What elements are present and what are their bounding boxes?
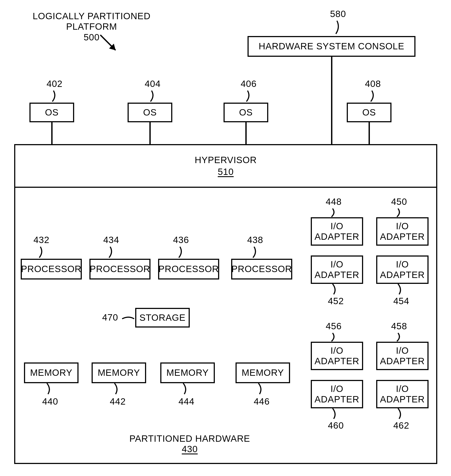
console-lead <box>335 21 344 36</box>
proc-box-3: PROCESSOR <box>231 259 292 279</box>
io-ref-4: 456 <box>321 321 347 331</box>
console-box: HARDWARE SYSTEM CONSOLE <box>248 36 415 57</box>
io-label-2: I/O ADAPTER <box>314 259 359 280</box>
svg-marker-1 <box>109 44 116 50</box>
mem-box-3: MEMORY <box>236 362 290 383</box>
io-ref-0: 448 <box>321 197 347 207</box>
storage-box: STORAGE <box>135 308 190 328</box>
mem-box-2: MEMORY <box>160 362 215 383</box>
io-box-1: I/O ADAPTER <box>376 217 429 246</box>
os-label-1: OS <box>143 107 157 118</box>
os-lead-3 <box>370 91 378 103</box>
io-label-0: I/O ADAPTER <box>314 221 359 242</box>
os-down-3 <box>369 122 370 144</box>
os-down-0 <box>51 122 53 144</box>
io-box-5: I/O ADAPTER <box>376 342 429 370</box>
io-label-1: I/O ADAPTER <box>380 221 425 242</box>
title-text: LOGICALLY PARTITIONED PLATFORM <box>18 11 166 32</box>
os-ref-1: 404 <box>140 79 166 89</box>
storage-ref: 470 <box>97 312 123 323</box>
mem-label-2: MEMORY <box>166 367 209 378</box>
os-down-1 <box>149 122 151 144</box>
mem-label-1: MEMORY <box>98 367 140 378</box>
io-box-0: I/O ADAPTER <box>311 217 363 246</box>
io-box-2: I/O ADAPTER <box>311 256 363 284</box>
partitioned-hw-box <box>14 187 437 464</box>
io-ref-3: 454 <box>388 296 414 306</box>
mem-ref-1: 442 <box>105 396 131 407</box>
proc-box-2: PROCESSOR <box>158 259 219 279</box>
os-box-3: OS <box>347 103 391 122</box>
os-down-2 <box>245 122 247 144</box>
os-label-2: OS <box>239 107 253 118</box>
proc-label-1: PROCESSOR <box>90 264 150 274</box>
partitioned-hw-ref: 430 <box>129 444 251 454</box>
os-box-0: OS <box>29 103 74 122</box>
io-label-5: I/O ADAPTER <box>380 345 425 367</box>
proc-ref-1: 434 <box>98 235 124 245</box>
partitioned-hw-label: PARTITIONED HARDWARE 430 <box>129 433 251 455</box>
mem-ref-3: 446 <box>249 396 275 407</box>
io-label-7: I/O ADAPTER <box>380 384 425 405</box>
mem-box-1: MEMORY <box>92 362 146 383</box>
mem-ref-2: 444 <box>173 396 200 407</box>
title-ref: 500 <box>18 32 166 43</box>
console-ref: 580 <box>325 9 351 19</box>
partitioned-hw-text: PARTITIONED HARDWARE <box>129 433 251 444</box>
mem-ref-0: 440 <box>37 396 63 407</box>
os-label-3: OS <box>362 107 376 118</box>
proc-ref-0: 432 <box>28 235 55 245</box>
os-lead-1 <box>149 91 158 103</box>
io-label-3: I/O ADAPTER <box>380 259 425 280</box>
io-label-6: I/O ADAPTER <box>314 384 359 405</box>
proc-label-3: PROCESSOR <box>231 264 292 274</box>
hypervisor-box: HYPERVISOR 510 <box>14 144 437 188</box>
io-box-7: I/O ADAPTER <box>376 380 429 408</box>
io-box-4: I/O ADAPTER <box>311 342 363 370</box>
console-down <box>331 57 332 144</box>
io-ref-1: 450 <box>386 197 412 207</box>
os-lead-2 <box>245 91 254 103</box>
os-ref-2: 406 <box>236 79 262 89</box>
os-label-0: OS <box>45 107 59 118</box>
proc-label-2: PROCESSOR <box>158 264 219 274</box>
hypervisor-label: HYPERVISOR <box>195 155 257 165</box>
proc-box-1: PROCESSOR <box>89 259 150 279</box>
proc-box-0: PROCESSOR <box>21 259 82 279</box>
proc-ref-3: 438 <box>242 235 268 245</box>
os-box-1: OS <box>128 103 172 122</box>
os-ref-3: 408 <box>360 79 386 89</box>
os-ref-0: 402 <box>41 79 68 89</box>
title-label: LOGICALLY PARTITIONED PLATFORM 500 <box>18 11 166 43</box>
hypervisor-ref: 510 <box>218 167 234 177</box>
mem-box-0: MEMORY <box>24 362 79 383</box>
io-ref-7: 462 <box>388 420 414 431</box>
console-label: HARDWARE SYSTEM CONSOLE <box>259 41 404 51</box>
proc-label-0: PROCESSOR <box>21 264 81 274</box>
os-lead-0 <box>51 91 60 103</box>
mem-label-3: MEMORY <box>242 367 284 378</box>
diagram-root: LOGICALLY PARTITIONED PLATFORM 500 580 H… <box>6 6 445 470</box>
mem-label-0: MEMORY <box>30 367 72 378</box>
io-box-6: I/O ADAPTER <box>311 380 363 408</box>
io-ref-5: 458 <box>386 321 412 331</box>
io-ref-6: 460 <box>323 420 349 431</box>
io-label-4: I/O ADAPTER <box>314 345 359 367</box>
os-box-2: OS <box>224 103 268 122</box>
storage-label: STORAGE <box>139 312 186 323</box>
io-ref-2: 452 <box>323 296 349 306</box>
io-box-3: I/O ADAPTER <box>376 256 429 284</box>
proc-ref-2: 436 <box>168 235 194 245</box>
